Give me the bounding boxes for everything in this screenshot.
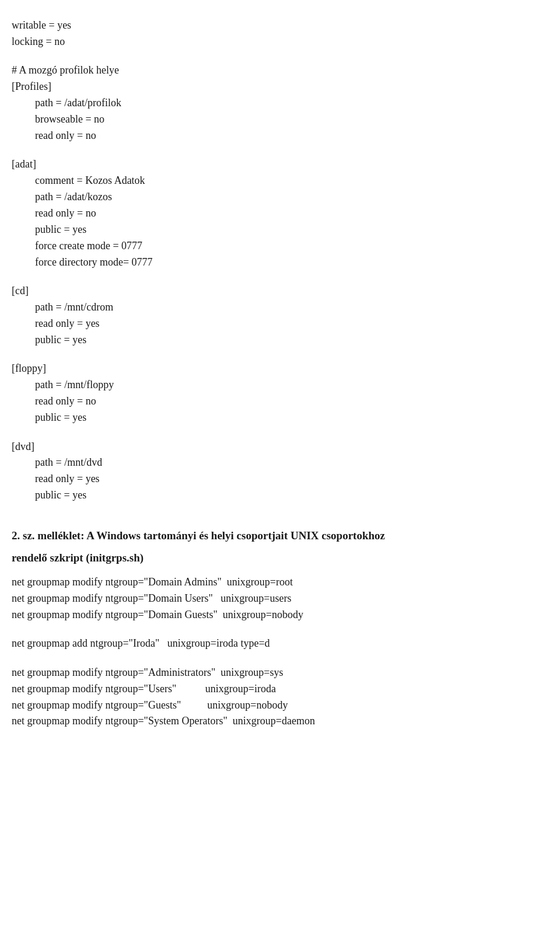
line-adat-force-dir: force directory mode= 0777 [12,254,542,271]
blank-5 [12,426,542,439]
line-profiles-header: [Profiles] [12,79,542,95]
line-adat-path: path = /adat/kozos [12,189,542,205]
groupmap-line-6: net groupmap modify ntgroup="Users" unix… [12,681,542,697]
line-dvd-header: [dvd] [12,439,542,455]
line-comment: # A mozgó profilok helye [12,62,542,79]
blank-2 [12,144,542,157]
line-cd-header: [cd] [12,283,542,299]
config-section: writable = yes locking = no # A mozgó pr… [12,18,542,504]
line-floppy-header: [floppy] [12,361,542,377]
blank-g1 [12,623,542,636]
line-dvd-path: path = /mnt/dvd [12,455,542,471]
groupmap-line-8: net groupmap modify ntgroup="System Oper… [12,713,542,730]
blank-3 [12,271,542,284]
blank-4 [12,348,542,361]
groupmap-block: net groupmap modify ntgroup="Domain Admi… [12,574,542,730]
line-writable: writable = yes [12,18,542,34]
line-adat-public: public = yes [12,222,542,238]
line-floppy-public: public = yes [12,410,542,426]
groupmap-line-3: net groupmap modify ntgroup="Domain Gues… [12,607,542,623]
groupmap-line-5: net groupmap modify ntgroup="Administrat… [12,665,542,681]
section2-title: 2. sz. melléklet: A Windows tartományi é… [12,527,542,544]
section2-subtitle: rendelő szkript (initgrps.sh) [12,549,542,566]
line-adat-readonly: read only = no [12,205,542,222]
line-dvd-public: public = yes [12,487,542,504]
section2-block: 2. sz. melléklet: A Windows tartományi é… [12,527,542,730]
groupmap-line-7: net groupmap modify ntgroup="Guests" uni… [12,697,542,714]
groupmap-line-4: net groupmap add ntgroup="Iroda" unixgro… [12,636,542,652]
blank-g2 [12,652,542,665]
groupmap-line-2: net groupmap modify ntgroup="Domain User… [12,591,542,607]
line-cd-path: path = /mnt/cdrom [12,299,542,316]
line-cd-readonly: read only = yes [12,316,542,332]
line-adat-header: [adat] [12,156,542,173]
line-floppy-readonly: read only = no [12,393,542,410]
blank-1 [12,50,542,63]
line-profiles-browseable: browseable = no [12,111,542,128]
line-adat-force-create: force create mode = 0777 [12,238,542,254]
line-locking: locking = no [12,34,542,50]
line-profiles-path: path = /adat/profilok [12,95,542,111]
line-adat-comment: comment = Kozos Adatok [12,173,542,189]
groupmap-line-1: net groupmap modify ntgroup="Domain Admi… [12,574,542,591]
main-content: writable = yes locking = no # A mozgó pr… [12,18,542,730]
line-dvd-readonly: read only = yes [12,471,542,487]
line-cd-public: public = yes [12,332,542,348]
line-profiles-readonly: read only = no [12,128,542,144]
line-floppy-path: path = /mnt/floppy [12,377,542,393]
